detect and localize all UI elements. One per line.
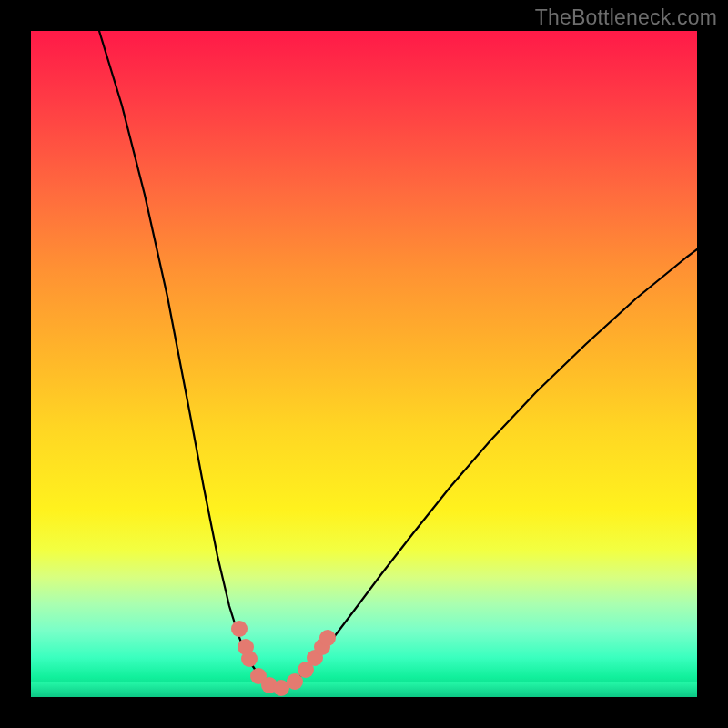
marker-point [319,630,336,646]
curves-group [99,31,697,688]
curve-right-branch [278,249,697,688]
markers-group [231,621,336,696]
chart-frame: TheBottleneck.com [0,0,728,728]
chart-overlay [31,31,697,697]
watermark-text: TheBottleneck.com [535,5,717,30]
marker-point [231,621,248,637]
curve-left-branch [99,31,278,688]
marker-point [241,651,258,667]
